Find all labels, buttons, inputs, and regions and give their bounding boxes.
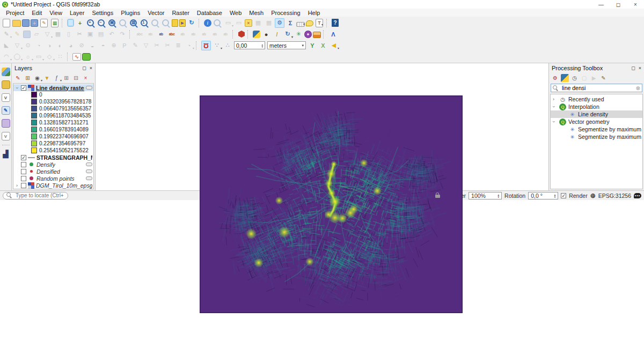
show-layout-manager[interactable]: ▦ [51,19,58,27]
refresh-map[interactable]: ↻ [187,18,196,28]
save-project[interactable] [22,19,30,27]
zoom-next[interactable] [161,18,171,28]
zoom-full-extent[interactable]: ▣ [107,18,117,28]
zoom-to-layer[interactable]: ▥ [129,18,138,28]
toolbar-button[interactable] [129,30,133,39]
menu-database[interactable]: Database [193,10,226,16]
cad-construction[interactable]: ▽ [12,41,22,50]
enable-snapping[interactable]: Ω [201,41,211,50]
menu-view[interactable]: View [46,10,66,16]
spin-arrows-icon[interactable]: ▴▾ [554,194,556,198]
plugin-green-layer[interactable] [82,53,91,61]
topological-editing[interactable]: Y [308,41,317,50]
plugin-bug-report[interactable]: ● [261,29,271,39]
toolbox-group-interpolation[interactable]: Interpolation [551,103,642,110]
expand-chevron[interactable] [553,97,557,102]
snapping-unit-select[interactable]: meters ▾ [267,41,306,49]
move-feature[interactable]: ⊙ [23,41,33,50]
open-layer-styling[interactable]: ✎ [14,74,22,82]
expand-chevron[interactable] [553,104,557,109]
float-panel-icon[interactable]: ◻ [631,65,635,71]
deselect-features[interactable]: ▭ [234,18,244,28]
options[interactable]: ✎ [599,74,608,82]
magnifier-input[interactable]: 100%▴▾ [469,192,502,199]
move-label[interactable]: ab [188,29,198,39]
select-features[interactable]: ▭ [223,18,233,28]
delete-part[interactable]: ⊕ [109,41,119,50]
map-canvas[interactable] [96,63,548,190]
layer-row[interactable]: Densified [13,168,93,175]
mesh-digitizing[interactable]: ∷ [55,52,65,62]
vertex-tool[interactable]: ▽ [42,29,52,39]
reshape-features[interactable]: ✎ [130,41,140,50]
add-regular-polygon[interactable]: ◇ [45,52,54,62]
locator-input[interactable] [14,192,64,199]
rotate-feature[interactable]: ◑ [45,41,54,50]
deselect-all-layers[interactable]: × [245,19,252,27]
delete-ring[interactable]: ◓ [98,41,108,50]
rotate-label[interactable]: ab [199,29,209,39]
layer-row[interactable]: STRASSENGRAPH_MGI [13,154,93,161]
layer-checkbox[interactable] [21,183,26,188]
avoid-overlap[interactable]: ◀ [329,41,339,50]
toolbox-group-vector-geometry[interactable]: Vector geometry [551,118,642,125]
current-edits[interactable]: ✎ [2,29,11,39]
menu-edit[interactable]: Edit [28,10,46,16]
models[interactable]: ⚙ [551,74,559,82]
simplify-feature[interactable]: ◐ [55,41,65,50]
expand-chevron[interactable] [14,183,19,188]
new-virtual-layer[interactable]: V [2,132,10,140]
clear-search-icon[interactable]: ⊗ [636,85,640,91]
copy-move-feature[interactable]: ◔ [34,41,43,50]
menu-project[interactable]: Project [2,10,28,16]
pan-map[interactable] [67,19,74,27]
layer-checkbox[interactable] [21,85,26,91]
highlight-pinned-labels[interactable]: abc [167,29,177,39]
add-group[interactable]: ⊞ [24,74,32,82]
crs-globe-icon[interactable]: ⊕ [590,192,596,199]
snapping-tolerance-mode[interactable]: ∴ [223,41,232,50]
toolbar-button[interactable] [199,19,202,27]
expand-all[interactable]: ⊞ [62,74,70,82]
zoom-native-resolution[interactable]: 1 [140,18,149,28]
copy-features[interactable]: ▣ [85,29,95,39]
add-ellipse[interactable]: ○ [23,52,33,62]
layer-row[interactable]: Random points [13,175,93,182]
results-viewer[interactable]: ▶ [590,74,598,82]
manage-map-themes[interactable]: ◉ [33,74,41,82]
new-geopackage-layer[interactable]: ✎ [2,106,10,115]
toolbox-alg-segmentize-angle[interactable]: Segmentize by maximum angle [551,125,642,133]
save-project-as[interactable]: + [31,19,38,27]
python-console[interactable] [253,31,260,38]
snapping-on-intersection[interactable]: X [318,41,328,50]
add-rectangle[interactable]: ▭ [34,52,43,62]
layer-row[interactable]: DGM_Tirol_10m_epsg31254 [13,182,93,189]
layer-checkbox[interactable] [21,155,26,160]
menu-mesh[interactable]: Mesh [245,10,267,16]
snapping-tolerance-input[interactable]: 0,00 ▴▾ [234,41,265,49]
save-layer-edits[interactable] [23,31,31,38]
layer-checkbox[interactable] [21,162,26,167]
toolbar-button[interactable] [62,19,65,27]
toolbar-button[interactable] [247,30,251,39]
layer-row[interactable]: Densify [13,161,93,168]
menu-settings[interactable]: Settings [88,10,117,16]
toolbox-alg-line-density[interactable]: Line density [551,110,642,118]
plugin-disc[interactable] [304,31,312,38]
layer-checkbox[interactable] [21,176,26,181]
menu-help[interactable]: Help [304,10,324,16]
field-calculator[interactable]: ▦ [264,18,274,28]
filter-by-expression[interactable]: ƒ [53,74,61,82]
text-annotation[interactable]: T [316,19,323,27]
locator-box[interactable] [3,192,68,199]
menu-processing[interactable]: Processing [267,10,304,16]
help-contents[interactable]: ? [332,19,339,27]
toolbar-button[interactable] [232,30,236,39]
toolbox-group-recently-used[interactable]: Recently used [551,95,642,103]
identify-features[interactable]: i [204,19,211,27]
open-project[interactable] [12,20,21,27]
layer-checkbox[interactable] [21,169,26,174]
menu-layer[interactable]: Layer [66,10,89,16]
digitize-shape[interactable] [238,31,245,38]
advanced-digitizing-panel[interactable]: ◣ [2,41,11,50]
